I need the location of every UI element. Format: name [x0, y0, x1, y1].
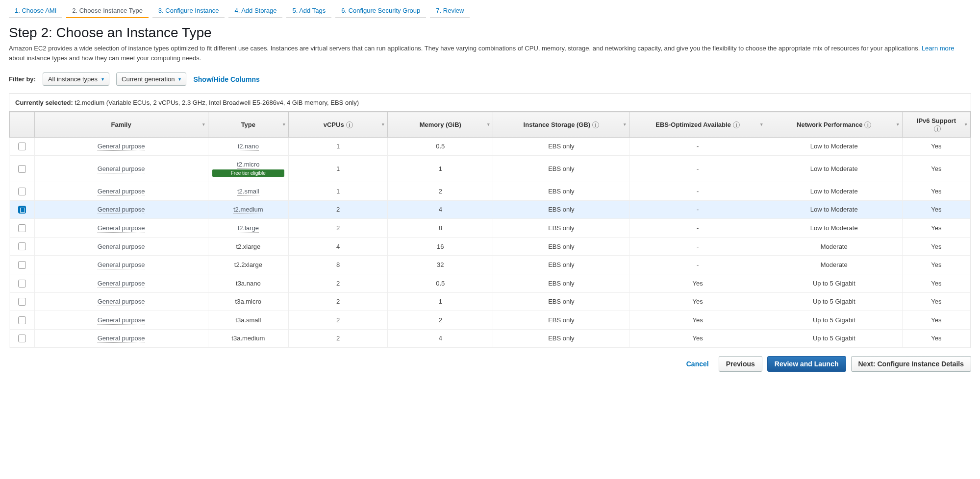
current-generation-dropdown[interactable]: Current generation ▾	[116, 72, 186, 86]
vcpus-cell: 1	[289, 156, 388, 182]
memory-cell: 2	[388, 311, 493, 330]
wizard-tab-7[interactable]: 7. Review	[430, 4, 470, 18]
vcpus-cell: 4	[289, 237, 388, 256]
storage-cell: EBS only	[493, 137, 629, 156]
column-header-ebs[interactable]: EBS-Optimized Availablei▾	[629, 112, 766, 138]
sort-icon: ▾	[382, 122, 384, 127]
type-cell: t3a.micro	[235, 298, 261, 305]
wizard-tab-2[interactable]: 2. Choose Instance Type	[66, 4, 149, 18]
column-header-network[interactable]: Network Performancei▾	[766, 112, 902, 138]
cancel-button[interactable]: Cancel	[681, 357, 714, 371]
table-row[interactable]: General purposet2.medium24EBS only-Low t…	[10, 200, 971, 219]
column-header-family[interactable]: Family▾	[34, 112, 208, 138]
ipv6-cell: Yes	[902, 311, 970, 330]
wizard-tab-4[interactable]: 4. Add Storage	[228, 4, 282, 18]
ipv6-cell: Yes	[902, 219, 970, 238]
ebs-cell: -	[629, 182, 766, 201]
storage-cell: EBS only	[493, 237, 629, 256]
info-icon[interactable]: i	[864, 121, 871, 128]
row-checkbox[interactable]	[18, 206, 26, 214]
family-cell: General purpose	[98, 188, 145, 196]
table-row[interactable]: General purposet3a.micro21EBS onlyYesUp …	[10, 292, 971, 311]
info-icon[interactable]: i	[592, 121, 599, 128]
network-cell: Low to Moderate	[766, 182, 902, 201]
wizard-tabs: 1. Choose AMI2. Choose Instance Type3. C…	[0, 0, 980, 18]
info-icon[interactable]: i	[934, 125, 941, 132]
show-hide-columns-link[interactable]: Show/Hide Columns	[193, 75, 259, 83]
free-tier-badge: Free tier eligible	[212, 169, 284, 177]
row-checkbox[interactable]	[18, 280, 26, 287]
row-checkbox[interactable]	[18, 242, 26, 250]
ipv6-cell: Yes	[902, 274, 970, 292]
ipv6-cell: Yes	[902, 156, 970, 182]
chevron-down-icon: ▾	[178, 76, 181, 82]
chevron-down-icon: ▾	[101, 76, 104, 82]
table-row[interactable]: General purposet2.nano10.5EBS only-Low t…	[10, 137, 971, 156]
row-checkbox[interactable]	[18, 165, 26, 173]
table-row[interactable]: General purposet3a.small22EBS onlyYesUp …	[10, 311, 971, 330]
table-row[interactable]: General purposet3a.medium24EBS onlyYesUp…	[10, 329, 971, 348]
vcpus-cell: 2	[289, 274, 388, 292]
type-cell: t2.2xlarge	[234, 261, 262, 268]
family-cell: General purpose	[98, 280, 145, 288]
row-checkbox[interactable]	[18, 143, 26, 150]
wizard-tab-6[interactable]: 6. Configure Security Group	[335, 4, 426, 18]
family-cell: General purpose	[98, 316, 145, 325]
storage-cell: EBS only	[493, 292, 629, 311]
previous-button[interactable]: Previous	[719, 356, 762, 372]
network-cell: Low to Moderate	[766, 156, 902, 182]
currently-selected-banner: Currently selected: t2.medium (Variable …	[9, 94, 971, 111]
row-checkbox[interactable]	[18, 316, 26, 324]
table-row[interactable]: General purposet2.small12EBS only-Low to…	[10, 182, 971, 201]
ebs-cell: -	[629, 219, 766, 238]
row-checkbox[interactable]	[18, 224, 26, 232]
info-icon[interactable]: i	[346, 121, 353, 128]
table-row[interactable]: General purposet2.xlarge416EBS only-Mode…	[10, 237, 971, 256]
column-header-storage[interactable]: Instance Storage (GB)i▾	[493, 112, 629, 138]
family-cell: General purpose	[98, 143, 145, 151]
ebs-cell: Yes	[629, 311, 766, 330]
row-checkbox[interactable]	[18, 298, 26, 306]
table-row[interactable]: General purposet2.large28EBS only-Low to…	[10, 219, 971, 238]
ebs-cell: -	[629, 237, 766, 256]
network-cell: Up to 5 Gigabit	[766, 292, 902, 311]
ipv6-cell: Yes	[902, 256, 970, 274]
ebs-cell: -	[629, 137, 766, 156]
memory-cell: 0.5	[388, 274, 493, 292]
column-header-vcpus[interactable]: vCPUsi▾	[289, 112, 388, 138]
memory-cell: 1	[388, 292, 493, 311]
wizard-tab-3[interactable]: 3. Configure Instance	[152, 4, 225, 18]
memory-cell: 16	[388, 237, 493, 256]
wizard-tab-1[interactable]: 1. Choose AMI	[9, 4, 62, 18]
memory-cell: 32	[388, 256, 493, 274]
row-checkbox[interactable]	[18, 335, 26, 342]
info-icon[interactable]: i	[733, 121, 740, 128]
column-header-memory[interactable]: Memory (GiB)▾	[388, 112, 493, 138]
ipv6-cell: Yes	[902, 237, 970, 256]
family-cell: General purpose	[98, 261, 145, 269]
column-header-type[interactable]: Type▾	[208, 112, 288, 138]
wizard-tab-5[interactable]: 5. Add Tags	[286, 4, 331, 18]
filter-by-label: Filter by:	[9, 75, 36, 83]
ebs-cell: -	[629, 200, 766, 219]
all-instance-types-dropdown[interactable]: All instance types ▾	[43, 72, 109, 86]
sort-icon: ▾	[897, 122, 899, 127]
row-checkbox[interactable]	[18, 188, 26, 195]
type-cell: t2.large	[238, 224, 259, 233]
ipv6-cell: Yes	[902, 292, 970, 311]
sort-icon: ▾	[760, 122, 763, 127]
review-and-launch-button[interactable]: Review and Launch	[767, 356, 846, 372]
ipv6-cell: Yes	[902, 137, 970, 156]
family-cell: General purpose	[98, 206, 145, 214]
column-header-ipv6[interactable]: IPv6 Supporti▾	[902, 112, 970, 138]
learn-more-link[interactable]: Learn more	[922, 45, 954, 52]
table-row[interactable]: General purposet2.2xlarge832EBS only-Mod…	[10, 256, 971, 274]
type-cell: t3a.small	[235, 316, 261, 324]
next-button[interactable]: Next: Configure Instance Details	[851, 356, 972, 372]
vcpus-cell: 1	[289, 137, 388, 156]
vcpus-cell: 8	[289, 256, 388, 274]
ipv6-cell: Yes	[902, 182, 970, 201]
table-row[interactable]: General purposet2.microFree tier eligibl…	[10, 156, 971, 182]
table-row[interactable]: General purposet3a.nano20.5EBS onlyYesUp…	[10, 274, 971, 292]
row-checkbox[interactable]	[18, 261, 26, 269]
